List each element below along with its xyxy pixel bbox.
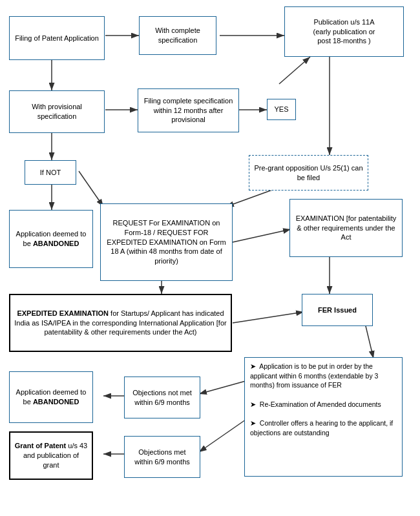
svg-line-15 [233,312,304,323]
examination-box: EXAMINATION [for patentability & other r… [289,199,403,257]
svg-line-17 [199,381,246,394]
expedited-box: EXPEDITED EXAMINATION for Startups/ Appl… [9,294,232,352]
grant-box: Grant of Patent u/s 43 and publication o… [9,431,93,480]
if-not-box: If NOT [25,160,76,185]
fer-issued-box: FER Issued [302,294,373,326]
abandoned2-box: Application deemed to be ABANDONED [9,371,93,423]
fer-notes-box: ➤ Application is to be put in order by t… [244,357,403,477]
svg-line-6 [279,57,310,84]
publication-box: Publication u/s 11A(early publication or… [284,6,404,57]
yes-box: YES [267,99,296,120]
filing-box: Filing of Patent Application [9,16,105,60]
provisional-spec-box: With provisional specification [9,90,105,133]
pre-grant-box: Pre-grant opposition U/s 25(1) can be fi… [249,155,368,191]
svg-line-18 [199,420,246,452]
complete-spec-box: With complete specification [139,16,216,55]
filing-complete-box: Filing complete specification within 12 … [138,88,239,132]
abandoned1-box: Application deemed to be ABANDONED [9,210,93,268]
svg-line-9 [79,171,103,207]
objections-not-met-box: Objections not met within 6/9 months [124,377,200,418]
patent-flowchart: Filing of Patent Application With comple… [0,0,420,516]
svg-line-12 [233,229,291,242]
request-exam-box: REQUEST For EXAMINATION on Form-18 / REQ… [100,203,233,281]
objections-met-box: Objections met within 6/9 months [124,436,200,478]
